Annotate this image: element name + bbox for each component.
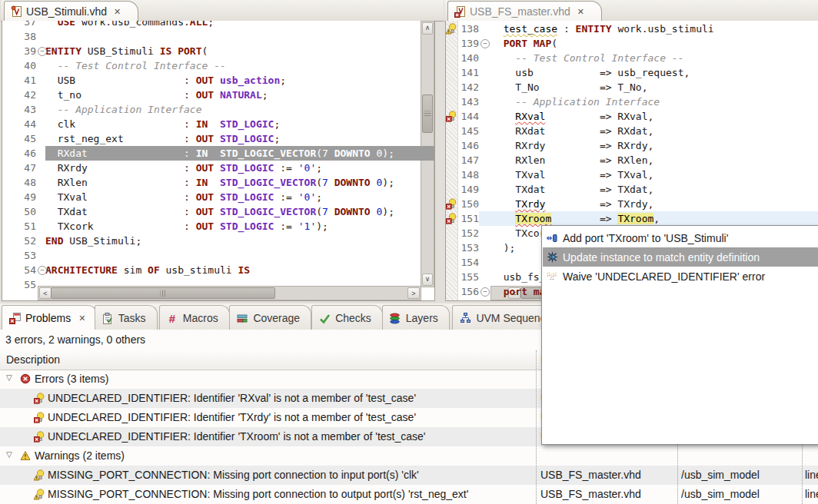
line-number: 37 [19, 21, 36, 29]
group-label: Warnings (2 items) [35, 449, 125, 462]
view-tab-layers[interactable]: Layers [382, 305, 450, 330]
code-line-54[interactable]: 54−ARCHITECTURE sim OF usb_stimuli IS [2, 263, 434, 277]
code-line-50[interactable]: 50 TXdat : OUT STD_LOGIC_VECTOR(7 DOWNTO… [2, 204, 434, 219]
line-number: 155 [458, 270, 479, 284]
tab-close-icon[interactable]: ✕ [114, 7, 121, 17]
code-line-37[interactable]: 37 USE work.usb_commands.ALL; [2, 21, 434, 29]
code-text: PORT MAP( [491, 36, 557, 51]
code-text: RXdat => RXdat, [491, 124, 653, 138]
code-text: -- Test Control Interface -- [45, 58, 226, 73]
code-line-43[interactable]: 43 -- Application Interface [2, 102, 434, 117]
code-line-53[interactable]: 53 [2, 248, 434, 263]
bulb-error-icon [34, 412, 45, 426]
bulb-error-icon[interactable] [446, 213, 457, 228]
vhdl-file-icon [10, 6, 22, 18]
code-line-141[interactable]: 141 usb => usb_request, [446, 65, 818, 80]
column-separator[interactable] [536, 350, 537, 504]
code-line-51[interactable]: 51 TXcork : OUT STD_LOGIC := '1'); [2, 219, 434, 234]
left-hscrollbar[interactable]: < > [38, 286, 421, 300]
code-line-147[interactable]: 147 RXlen => RXlen, [446, 153, 818, 167]
fold-collapse-icon[interactable]: − [480, 39, 490, 48]
code-line-45[interactable]: 45 rst_neg_ext : OUT STD_LOGIC; [2, 131, 434, 146]
tab-close-icon[interactable]: ✕ [78, 313, 85, 323]
scroll-down-arrow[interactable]: ∨ [422, 274, 433, 286]
line-number: 141 [458, 65, 479, 80]
line-number: 44 [19, 117, 36, 131]
fix-waive-icon [546, 270, 558, 282]
code-line-146[interactable]: 146 RXrdy => RXrdy, [446, 138, 818, 153]
code-line-145[interactable]: 145 RXdat => RXdat, [446, 124, 818, 138]
view-tab-problems[interactable]: Problems✕ [2, 305, 97, 330]
column-header-description[interactable]: Description [6, 353, 60, 366]
expand-arrow-icon[interactable]: ▽ [6, 373, 12, 382]
view-tab-macros[interactable]: #Macros [159, 305, 230, 330]
code-line-49[interactable]: 49 TXval : OUT STD_LOGIC := '0'; [2, 190, 434, 204]
code-text: rst_neg_ext : OUT STD_LOGIC; [45, 131, 280, 146]
code-line-48[interactable]: 48 RXlen : IN STD_LOGIC_VECTOR(7 DOWNTO … [2, 175, 434, 190]
code-text: USE work.usb_commands.ALL; [45, 21, 214, 29]
code-line-42[interactable]: 42 t_no : OUT NATURAL; [2, 88, 434, 102]
code-line-140[interactable]: 140 -- Test Control Interface -- [446, 51, 818, 65]
code-line-52[interactable]: 52END USB_Stimuli; [2, 234, 434, 248]
problem-path: /usb_sim_model [681, 488, 800, 500]
code-line-138[interactable]: 138 test_case : ENTITY work.usb_stimuli [446, 22, 818, 36]
quickfix-label: Add port 'TXroom' to 'USB_Stimuli' [563, 232, 728, 244]
code-line-46[interactable]: 46 RXdat : IN STD_LOGIC_VECTOR(7 DOWNTO … [2, 146, 434, 161]
code-line-38[interactable]: 38 [2, 29, 434, 44]
tab-close-icon[interactable]: ✕ [577, 7, 584, 17]
quickfix-item[interactable]: EUpdate instance to match entity definit… [543, 247, 818, 267]
bulb-warning-icon[interactable] [446, 23, 457, 38]
code-line-143[interactable]: 143 -- Application Interface [446, 94, 818, 109]
bulb-error-icon[interactable] [446, 111, 457, 126]
code-line-142[interactable]: 142 T_No => T_No, [446, 80, 818, 94]
problem-row[interactable]: MISSING_PORT_CONNECTION: Missing port co… [0, 466, 818, 485]
code-line-41[interactable]: 41 USB : OUT usb_action; [2, 73, 434, 88]
code-text: TXcork : OUT STD_LOGIC := '1'); [45, 219, 328, 234]
code-text: TXdat => TXdat, [491, 182, 653, 197]
code-text: T_No => T_No, [491, 80, 648, 94]
scroll-right-arrow[interactable]: > [407, 287, 420, 299]
problem-description: MISSING_PORT_CONNECTION: Missing port co… [48, 469, 534, 481]
bulb-error-icon[interactable] [446, 198, 457, 214]
code-line-150[interactable]: 150 TXrdy => TXrdy, [446, 197, 818, 211]
scroll-up-arrow[interactable]: ∧ [422, 22, 433, 35]
code-line-144[interactable]: 144 RXval => RXval, [446, 109, 818, 124]
code-line-139[interactable]: 139− PORT MAP( [446, 36, 818, 51]
tab-usb-stimuli[interactable]: USB_Stimuli.vhd ✕ [4, 1, 138, 22]
quickfix-item[interactable]: Waive 'UNDECLARED_IDENTIFIER' error [543, 267, 818, 286]
code-line-44[interactable]: 44 clk : IN STD_LOGIC; [2, 117, 434, 131]
code-line-39[interactable]: 39−ENTITY USB_Stimuli IS PORT( [2, 44, 434, 58]
line-number: 147 [458, 153, 479, 167]
code-editor-left[interactable]: 37 USE work.usb_commands.ALL;3839−ENTITY… [2, 21, 435, 301]
line-number: 50 [19, 204, 36, 219]
code-line-151[interactable]: 151 TXroom => TXroom, [446, 211, 818, 226]
view-tab-checks[interactable]: Checks [311, 305, 383, 330]
right-tabstrip: USB_FS_master.vhd ✕ [444, 0, 818, 22]
code-text: TXval : OUT STD_LOGIC := '0'; [45, 190, 322, 204]
hscroll-thumb[interactable] [51, 287, 275, 299]
quickfix-item[interactable]: Add port 'TXroom' to 'USB_Stimuli' [543, 228, 818, 247]
code-line-148[interactable]: 148 TXval => TXval, [446, 167, 818, 182]
problem-group-header[interactable]: ▽Warnings (2 items) [0, 446, 818, 466]
fold-collapse-icon[interactable]: − [38, 266, 47, 275]
problem-row[interactable]: MISSING_PORT_CONNECTION: Missing port co… [0, 485, 818, 504]
annotation-ruler[interactable] [446, 21, 458, 300]
fix-update-instance-icon: E [546, 251, 558, 263]
view-tab-coverage[interactable]: Coverage [229, 305, 311, 330]
vscroll-thumb[interactable] [422, 94, 433, 133]
fold-collapse-icon[interactable]: − [38, 47, 47, 56]
tab-usb-fs-master[interactable]: USB_FS_master.vhd ✕ [447, 1, 602, 22]
fold-collapse-icon[interactable]: − [480, 287, 490, 297]
expand-arrow-icon[interactable]: ▽ [6, 450, 12, 459]
tab-label: USB_Stimuli.vhd [26, 5, 107, 18]
scroll-left-arrow[interactable]: < [39, 287, 52, 299]
line-number: 146 [458, 138, 479, 153]
code-line-47[interactable]: 47 RXrdy : OUT STD_LOGIC := '0'; [2, 161, 434, 175]
line-number: 39 [19, 44, 36, 58]
bulb-warning-icon [34, 469, 45, 483]
code-line-40[interactable]: 40 -- Test Control Interface -- [2, 58, 434, 73]
problem-description: MISSING_PORT_CONNECTION: Missing port co… [48, 488, 534, 500]
code-line-149[interactable]: 149 TXdat => TXdat, [446, 182, 818, 197]
view-tab-tasks[interactable]: Tasks [95, 305, 158, 330]
line-number: 52 [19, 234, 36, 248]
